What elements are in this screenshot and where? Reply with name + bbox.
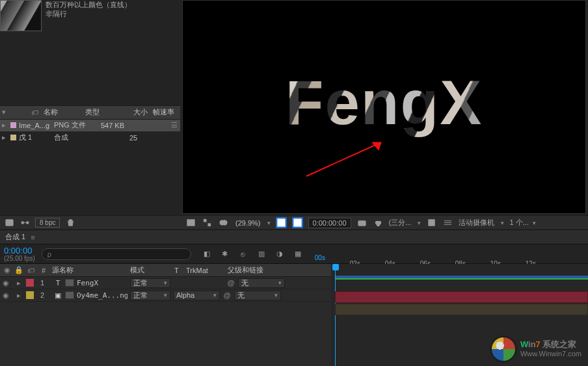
project-thumbnail[interactable] [0, 0, 42, 31]
windows-logo-icon [492, 337, 515, 361]
label-col-icon[interactable]: 🏷 [26, 267, 35, 274]
col-t[interactable]: T [174, 267, 183, 274]
chevron-down-icon[interactable]: ▾ [267, 220, 271, 226]
eye-icon[interactable]: ◉ [3, 291, 12, 300]
layer-name[interactable]: Oy4me_A...ng [77, 291, 127, 300]
col-rate[interactable]: 帧速率 [150, 107, 179, 117]
label-icon: 🏷 [31, 109, 38, 116]
col-size[interactable]: 大小 [124, 107, 150, 117]
col-trkmat[interactable]: TrkMat [186, 267, 225, 274]
label-swatch[interactable] [10, 135, 16, 140]
pickwhip-icon[interactable]: @ [226, 279, 235, 287]
text-layer-icon: T [53, 279, 62, 287]
asset-name[interactable]: Ime_A...g [19, 122, 54, 129]
expand-icon[interactable]: ▸ [0, 121, 8, 129]
shy-icon[interactable]: ⎋ [238, 249, 248, 259]
asset-type: PNG 文件 [54, 120, 97, 130]
draft3d-icon[interactable] [202, 217, 213, 228]
flowchart-icon[interactable] [20, 218, 30, 228]
blend-mode-dropdown[interactable]: 正常▾ [130, 291, 170, 300]
asset-rate: 25 [124, 134, 150, 142]
svg-rect-2 [10, 221, 12, 222]
parent-dropdown[interactable]: 无▾ [238, 278, 285, 288]
col-name[interactable]: 名称 [41, 107, 83, 117]
row-menu-icon[interactable]: ☰ [171, 121, 178, 129]
camera-dropdown[interactable]: 活动摄像机▾ [459, 218, 504, 228]
watermark: Win7 系统之家 Www.Winwin7.com [492, 337, 581, 361]
eye-col-icon[interactable]: ◉ [3, 266, 12, 274]
svg-point-15 [360, 222, 363, 225]
project-row[interactable]: ▸ 戊 1 合成 25 [0, 132, 180, 144]
grid-icon[interactable] [442, 217, 453, 228]
viewer-timecode[interactable]: 0:00:00:00 [308, 218, 351, 228]
views-dropdown[interactable]: 1 个...▾ [509, 218, 535, 228]
expand-icon[interactable]: ▸ [14, 291, 23, 300]
svg-point-3 [21, 222, 23, 224]
lock-col-icon[interactable]: 🔒 [14, 266, 23, 274]
svg-rect-13 [293, 219, 301, 226]
interpret-icon[interactable] [4, 218, 14, 228]
composition-viewer[interactable]: FengX [182, 0, 586, 214]
svg-point-18 [376, 223, 380, 227]
project-row[interactable]: ▸ Ime_A...g PNG 文件 547 KB ☰ [0, 120, 180, 132]
channel-icon[interactable] [373, 217, 384, 228]
layer-clip[interactable] [335, 291, 588, 303]
bpc-button[interactable]: 8 bpc [35, 218, 60, 228]
col-index[interactable]: # [38, 267, 49, 274]
svg-point-11 [222, 220, 228, 226]
layer-clip[interactable] [335, 304, 588, 315]
motion-blur-icon[interactable]: ◑ [274, 249, 285, 259]
trkmat-dropdown[interactable]: Alpha▾ [173, 291, 220, 300]
layer-row[interactable]: ◉ ▸ 1 T FengX 正常▾ @ 无▾ [0, 277, 331, 289]
trash-icon[interactable] [65, 218, 75, 228]
svg-rect-7 [187, 220, 194, 226]
image-layer-icon: ▣ [53, 291, 62, 300]
snapshot-icon[interactable] [356, 217, 368, 228]
draft3d-toggle-icon[interactable]: ✱ [220, 249, 230, 259]
asset-type: 合成 [54, 133, 97, 142]
annotation-arrow [303, 137, 394, 179]
comp-mini-flow-icon[interactable]: ◧ [202, 249, 212, 259]
svg-rect-8 [204, 219, 207, 222]
project-columns-header[interactable]: ▾ 🏷 名称 类型 大小 帧速率 [0, 105, 180, 120]
asset-name[interactable]: 戊 1 [19, 133, 54, 142]
col-type[interactable]: 类型 [83, 107, 124, 117]
mask-toggle-icon[interactable] [218, 217, 229, 228]
pickwhip-icon[interactable]: @ [222, 291, 232, 299]
playhead[interactable] [335, 265, 336, 366]
expand-icon[interactable]: ▸ [0, 133, 8, 142]
cached-preview-bar [335, 278, 588, 280]
transparency-grid-icon[interactable] [292, 217, 303, 228]
zoom-level[interactable]: (29.9%) [235, 219, 261, 227]
blend-mode-dropdown[interactable]: 正常▾ [130, 278, 170, 288]
col-mode[interactable]: 模式 [130, 265, 172, 275]
roi-icon[interactable] [426, 217, 437, 228]
eye-icon[interactable]: ◉ [3, 279, 12, 287]
resolution-auto-icon[interactable] [276, 217, 287, 228]
layer-label-swatch[interactable] [26, 279, 34, 287]
current-time[interactable]: 0:00:00 [0, 246, 39, 255]
fps-label: (25.00 fps) [0, 255, 39, 262]
viewer-toolbar: (29.9%) ▾ 0:00:00:00 (三分...▾ 活动摄像机▾ 1 个.… [180, 215, 588, 229]
layer-name[interactable]: FengX [77, 279, 127, 287]
alpha-icon[interactable] [185, 217, 196, 228]
watermark-url: Www.Winwin7.com [520, 349, 581, 358]
layer-row[interactable]: ◉ ▸ 2 ▣ Oy4me_A...ng 正常▾ Alpha▾ @ 无▾ [0, 289, 331, 302]
layer-type-box-icon [65, 279, 74, 287]
svg-marker-6 [372, 142, 381, 150]
parent-dropdown[interactable]: 无▾ [234, 291, 281, 300]
resolution-dropdown[interactable]: (三分...▾ [389, 218, 421, 228]
frame-blend-icon[interactable]: ▥ [256, 249, 267, 259]
svg-rect-9 [207, 223, 211, 226]
col-source[interactable]: 源名称 [52, 265, 127, 275]
layer-label-swatch[interactable] [26, 291, 34, 299]
layer-index: 2 [36, 291, 44, 299]
expand-icon[interactable]: ▸ [14, 279, 23, 287]
col-parent[interactable]: 父级和链接 [228, 265, 331, 275]
graph-editor-icon[interactable]: ▦ [293, 249, 303, 259]
timeline-tab-label[interactable]: 合成 1 [5, 232, 25, 242]
panel-menu-icon[interactable]: ≡ [31, 233, 34, 241]
search-input[interactable] [42, 248, 191, 260]
timeline-search[interactable] [42, 248, 191, 260]
label-swatch[interactable] [10, 122, 16, 128]
